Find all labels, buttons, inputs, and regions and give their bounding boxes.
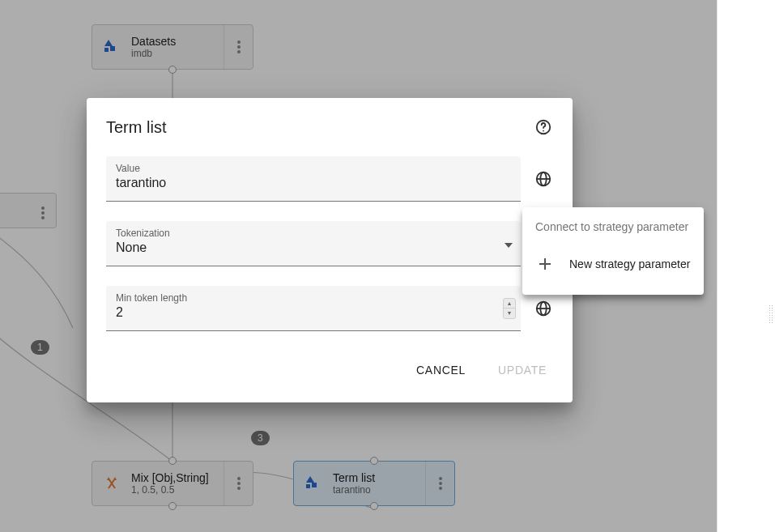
min-token-row: Min token length 2 ▲ ▼ [106,286,553,331]
globe-button[interactable] [534,299,553,318]
min-token-label: Min token length [116,292,511,304]
new-strategy-label: New strategy parameter [569,257,690,270]
dialog-title: Term list [106,118,166,137]
update-button: UPDATE [492,357,553,383]
popover-title: Connect to strategy parameter [522,220,704,246]
new-strategy-item[interactable]: New strategy parameter [522,246,704,282]
strategy-popover: Connect to strategy parameter New strate… [522,207,704,295]
value-field[interactable]: Value [106,156,521,202]
stepper-up[interactable]: ▲ [504,299,515,309]
dialog-actions: CANCEL UPDATE [106,357,553,383]
plus-icon [535,254,555,274]
help-button[interactable] [534,117,553,137]
cancel-button[interactable]: CANCEL [410,357,472,383]
term-list-dialog: Term list Value Tokenization None [87,98,573,402]
resize-grip[interactable] [769,304,773,324]
tokenization-value: None [116,240,511,255]
number-stepper[interactable]: ▲ ▼ [503,298,516,319]
tokenization-row: Tokenization None [106,221,553,266]
globe-button[interactable] [534,169,553,189]
value-row: Value [106,156,553,202]
stepper-down[interactable]: ▼ [504,309,515,318]
value-input[interactable] [116,176,511,190]
svg-point-9 [543,130,544,132]
right-rail [717,0,775,532]
min-token-value: 2 [116,305,511,320]
value-label: Value [116,163,511,174]
tokenization-field[interactable]: Tokenization None [106,221,521,266]
workflow-canvas: Datasets imdb 1 3 Mix [Obj,String] 1, 0.… [0,0,775,532]
min-token-field[interactable]: Min token length 2 ▲ ▼ [106,286,521,331]
tokenization-label: Tokenization [116,228,511,239]
